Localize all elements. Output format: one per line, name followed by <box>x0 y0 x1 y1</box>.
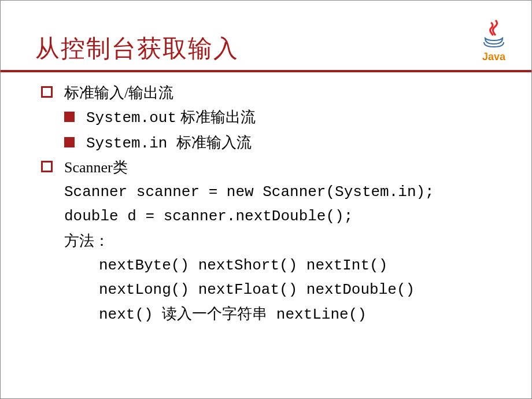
code-line: Scanner scanner = new Scanner(System.in)… <box>64 180 508 204</box>
text-methods-label: 方法： <box>64 230 508 253</box>
java-logo: Java <box>474 18 514 63</box>
title-underline <box>1 70 531 72</box>
bullet-level1: 标准输入/输出流 <box>41 82 508 105</box>
slide-title: 从控制台获取输入 <box>35 32 239 65</box>
java-cup-icon <box>479 18 508 50</box>
code-system-in: System.in <box>86 135 176 152</box>
code-system-out: System.out <box>86 109 176 127</box>
text-stdin: 标准输入流 <box>176 134 252 151</box>
text-io-streams: 标准输入/输出流 <box>64 84 173 101</box>
bullet-level2: System.in 标准输入流 <box>64 131 508 155</box>
code-line: double d = scanner.nextDouble(); <box>64 205 508 228</box>
hollow-square-icon <box>41 161 53 172</box>
text-scanner-class: Scanner类 <box>64 159 128 176</box>
text-stdout: 标准输出流 <box>180 109 256 125</box>
code-line: nextLong() nextFloat() nextDouble() <box>99 278 508 301</box>
slide-body: 标准输入/输出流 System.out 标准输出流 System.in 标准输入… <box>41 82 508 327</box>
hollow-square-icon <box>41 86 53 98</box>
code-line: next() 读入一个字符串 nextLine() <box>99 303 508 326</box>
logo-text: Java <box>482 51 505 62</box>
slide: Java 从控制台获取输入 标准输入/输出流 System.out 标准输出流 … <box>0 0 532 399</box>
filled-square-icon <box>64 137 75 147</box>
bullet-level1: Scanner类 <box>41 156 508 179</box>
bullet-level2: System.out 标准输出流 <box>64 106 508 130</box>
code-line: nextByte() nextShort() nextInt() <box>99 254 508 277</box>
filled-square-icon <box>64 112 75 122</box>
